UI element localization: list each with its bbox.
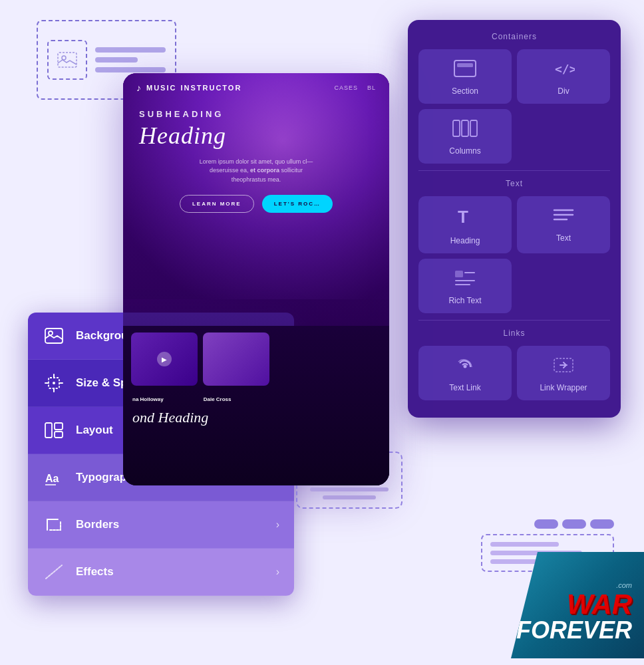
- text-label: Text: [556, 233, 571, 243]
- svg-point-21: [53, 382, 55, 384]
- effects-icon: [43, 561, 65, 583]
- svg-text:</>: </>: [555, 62, 575, 76]
- layout-icon: [43, 419, 65, 442]
- panel-item-heading[interactable]: T Heading: [418, 196, 512, 253]
- containers-title: Containers: [418, 32, 610, 41]
- phone-media-cards: ▶: [123, 326, 389, 392]
- effects-label: Effects: [76, 565, 265, 579]
- phone-body-text: Lorem ipsum dolor sit amet, quo ullum cl…: [163, 158, 349, 185]
- wf-pill-3: [590, 519, 614, 529]
- section-label: Section: [452, 86, 478, 96]
- phone-bottom-section: ▶ na Holloway Dale Cross ond Heading: [123, 326, 389, 485]
- typography-icon: Aa: [43, 466, 65, 489]
- wf-q-line-2: [310, 487, 389, 491]
- wireframe-text-lines: [95, 47, 166, 72]
- borders-label: Borders: [76, 518, 265, 531]
- phone-subheading: SUBHEADING: [139, 109, 373, 119]
- settings-item-borders[interactable]: Borders ›: [28, 501, 294, 549]
- text-link-label: Text Link: [449, 383, 480, 392]
- phone-nav-links: CASES BL: [334, 84, 376, 91]
- text-link-icon: [454, 356, 476, 378]
- link-wrapper-icon: [553, 356, 574, 378]
- wireframe-line-2: [95, 57, 138, 63]
- wireframe-line-3: [95, 67, 166, 72]
- profile-1-name: na Holloway: [132, 396, 164, 402]
- links-section-title: Links: [418, 329, 610, 338]
- svg-text:Aa: Aa: [45, 473, 59, 484]
- svg-point-1: [62, 56, 66, 60]
- columns-label: Columns: [449, 146, 480, 156]
- svg-rect-6: [462, 120, 468, 136]
- phone-cta-buttons: LEARN MORE LET'S ROC…: [139, 195, 373, 213]
- panel-item-section[interactable]: Section: [418, 49, 512, 104]
- containers-grid: Section </> Div Columns: [418, 49, 610, 164]
- phone-logo: ♪ MUSIC INSTRUCTOR: [136, 82, 242, 93]
- panel-divider-2: [418, 320, 610, 321]
- phone-nav-bl[interactable]: BL: [367, 84, 376, 91]
- panel-item-link-wrapper[interactable]: Link Wrapper: [517, 346, 610, 400]
- div-label: Div: [558, 86, 569, 96]
- phone-card-1[interactable]: ▶: [131, 332, 198, 386]
- svg-point-19: [49, 331, 53, 335]
- profile-2-name: Dale Cross: [204, 396, 232, 402]
- heading-icon: T: [456, 207, 474, 231]
- rich-text-label: Rich Text: [448, 296, 481, 305]
- play-icon-1: ▶: [157, 352, 172, 366]
- background-icon: [43, 325, 65, 347]
- wf-q-line-3: [323, 495, 375, 499]
- section-icon: [454, 60, 476, 81]
- phone-card-2[interactable]: [203, 332, 269, 386]
- borders-chevron: ›: [276, 519, 279, 531]
- heading-label: Heading: [450, 236, 480, 245]
- svg-rect-3: [457, 63, 473, 67]
- svg-rect-0: [58, 53, 77, 67]
- wf-pill-1: [534, 519, 558, 529]
- music-note-icon: ♪: [136, 82, 142, 93]
- svg-rect-18: [45, 329, 63, 343]
- phone-hero: SUBHEADING Heading Lorem ipsum dolor sit…: [123, 102, 389, 226]
- wireframe-image-placeholder: [47, 40, 87, 80]
- text-grid: T Heading Text: [418, 196, 610, 313]
- wf-line-a: [490, 542, 559, 547]
- size-spacing-icon: [43, 372, 65, 394]
- text-section-title: Text: [418, 179, 610, 188]
- svg-text:T: T: [458, 207, 468, 227]
- columns-icon: [452, 120, 478, 141]
- effects-chevron: ›: [276, 566, 279, 578]
- svg-point-16: [464, 365, 467, 368]
- wf-pill-row: [481, 519, 614, 529]
- svg-rect-23: [55, 423, 63, 430]
- panel-divider-1: [418, 170, 610, 171]
- panel-item-text-link[interactable]: Text Link: [418, 346, 512, 400]
- wf-pill-2: [562, 519, 586, 529]
- panel-item-text[interactable]: Text: [517, 196, 610, 253]
- panel-item-rich-text[interactable]: Rich Text: [418, 259, 512, 313]
- svg-rect-22: [45, 423, 52, 438]
- phone-profiles: na Holloway Dale Cross: [123, 392, 389, 406]
- svg-rect-24: [55, 432, 63, 438]
- phone-brand: MUSIC: [146, 84, 176, 92]
- svg-line-27: [46, 565, 62, 579]
- lets-rock-button[interactable]: LET'S ROC…: [262, 195, 333, 213]
- rich-text-icon: [454, 269, 476, 291]
- phone-nav: ♪ MUSIC INSTRUCTOR CASES BL: [123, 73, 389, 102]
- svg-rect-12: [455, 271, 463, 277]
- phone-second-heading: ond Heading: [123, 406, 389, 429]
- profile-2: Dale Cross: [204, 396, 232, 402]
- svg-rect-2: [454, 61, 476, 76]
- div-icon: </>: [552, 60, 575, 81]
- borders-icon: [43, 513, 65, 536]
- panel-item-columns[interactable]: Columns: [418, 109, 512, 164]
- text-icon: [552, 207, 575, 228]
- containers-panel: Containers Section </> Div: [408, 20, 621, 418]
- phone-inner: ♪ MUSIC INSTRUCTOR CASES BL SUBHEADING H…: [123, 73, 389, 485]
- settings-item-effects[interactable]: Effects ›: [28, 549, 294, 596]
- profile-1: na Holloway: [132, 396, 164, 402]
- phone-main-heading: Heading: [139, 122, 373, 150]
- wireframe-line-1: [95, 47, 166, 53]
- forever-text: FOREVER: [516, 618, 632, 642]
- panel-item-div[interactable]: </> Div: [517, 49, 610, 104]
- learn-more-button[interactable]: LEARN MORE: [180, 195, 254, 213]
- phone-nav-cases[interactable]: CASES: [334, 84, 358, 91]
- links-grid: Text Link Link Wrapper: [418, 346, 610, 400]
